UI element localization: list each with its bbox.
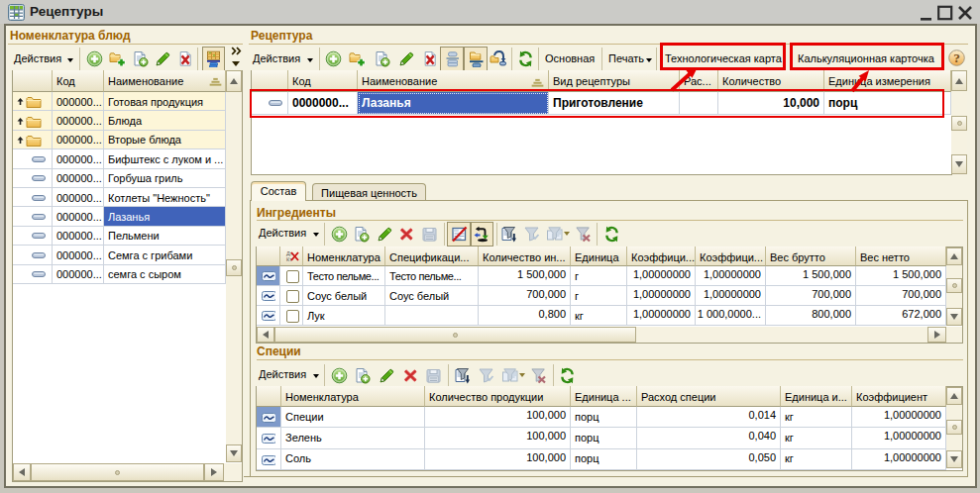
close-button[interactable] [956, 4, 974, 22]
tree-row-name-cell[interactable]: Пельмени [104, 227, 226, 246]
tree-row-code-cell[interactable]: 000000... [53, 265, 104, 284]
ingredients-actions-button[interactable]: Действия [259, 227, 306, 239]
ingredient-row-k1-cell[interactable]: 1,00000000 [627, 266, 696, 286]
filter-settings-icon[interactable] [454, 367, 471, 384]
add-icon[interactable] [331, 226, 348, 243]
refresh-icon[interactable] [517, 50, 534, 67]
tree-row-code-cell[interactable]: 000000... [53, 207, 104, 226]
ingredient-row-net-cell[interactable]: 700,000 [856, 286, 946, 306]
ingredient-row-gross-cell[interactable]: 800,000 [766, 306, 856, 326]
minimize-button[interactable] [919, 4, 934, 22]
spices-scroll-down-button[interactable] [946, 450, 962, 468]
up-level-icon[interactable] [490, 49, 507, 67]
spices-header-name[interactable]: Номенклатура [281, 386, 425, 407]
help-icon[interactable] [948, 49, 965, 66]
tree-row-name-cell[interactable]: Котлеты "Нежность" [104, 188, 226, 207]
print-button[interactable]: Печать [608, 52, 644, 64]
spice-row-qty-cell[interactable]: 100,000 [425, 428, 571, 448]
left-scroll-down-button[interactable] [226, 444, 242, 462]
ingredients-hscroll-track[interactable] [636, 327, 927, 343]
toolbar-overflow-button[interactable] [231, 47, 242, 55]
recipe-scroll-down-button[interactable] [951, 154, 967, 174]
tree-row-name-cell[interactable]: Семга с грибами [104, 246, 226, 264]
spices-header-k[interactable]: Коэффициент [852, 386, 946, 407]
ingredient-row-gross-cell[interactable]: 700,000 [766, 286, 856, 306]
delete-icon[interactable] [177, 50, 194, 67]
ingredients-header-net[interactable]: Вес нетто [856, 246, 946, 266]
recipe-actions-button[interactable]: Действия [253, 52, 300, 64]
add-group-icon[interactable] [349, 50, 366, 67]
tree-row-name-cell[interactable]: Вторые блюда [104, 131, 226, 149]
ingredients-hscroll-thumb[interactable] [274, 327, 636, 343]
edit-icon[interactable] [377, 226, 393, 243]
spice-row-name-cell[interactable]: Специи [281, 407, 425, 428]
delete-icon[interactable] [422, 50, 439, 67]
ingredient-row-unit-cell[interactable]: кг [571, 306, 627, 326]
ingredient-row-net-cell[interactable]: 1 500,000 [856, 266, 946, 286]
spice-row-rate-cell[interactable]: 0,050 [637, 449, 781, 470]
ingredient-row-name-cell[interactable]: Тесто пельме... [303, 266, 385, 286]
ingredient-row-net-cell[interactable]: 672,000 [856, 306, 946, 326]
ingredient-row-name-cell[interactable]: Лук [303, 306, 385, 326]
spice-row-qty-cell[interactable]: 100,000 [425, 449, 571, 470]
copy-icon[interactable] [374, 50, 390, 67]
tree-row-code-cell[interactable]: 000000... [53, 92, 104, 111]
spices-header-unit2[interactable]: Единица и... [781, 386, 852, 407]
ingredient-row-k2-cell[interactable]: 1,00000000 [696, 286, 766, 306]
spice-row-k-cell[interactable]: 1,00000000 [852, 449, 946, 470]
spice-row-unit-cell[interactable]: порц [571, 449, 637, 470]
spice-row-name-cell[interactable]: Зелень [281, 428, 425, 448]
ingredient-row-unit-cell[interactable]: г [571, 266, 627, 286]
ingredient-row-qty-cell[interactable]: 700,000 [479, 286, 571, 306]
ingredient-row-spec-cell[interactable]: Тесто пельме... [385, 266, 479, 286]
delete-icon[interactable] [402, 367, 419, 384]
spice-row-rate-cell[interactable]: 0,014 [637, 407, 781, 428]
recipe-scroll-up-button[interactable] [951, 70, 967, 91]
tree-row-name-cell[interactable]: Готовая продукция [104, 92, 226, 111]
ingredients-header-unit[interactable]: Единица [571, 246, 627, 266]
edit-icon[interactable] [398, 50, 415, 67]
left-scroll-up-button[interactable] [226, 70, 242, 92]
spice-row-rate-cell[interactable]: 0,040 [637, 428, 781, 448]
ingredients-scroll-down-button[interactable] [946, 308, 962, 326]
copy-icon[interactable] [353, 226, 370, 243]
ingredient-row-unit-cell[interactable]: г [571, 286, 627, 306]
spice-row-k-cell[interactable]: 1,00000000 [852, 428, 946, 448]
edit-icon[interactable] [379, 367, 395, 384]
spice-row-unit2-cell[interactable]: кг [781, 407, 852, 428]
ingredient-row-name-cell[interactable]: Соус белый [303, 286, 385, 306]
left-header-code[interactable]: Код [53, 70, 104, 92]
filter-clear-icon[interactable] [530, 367, 547, 384]
ingredients-header-k2[interactable]: Коэффици... [696, 246, 766, 266]
filter-settings-icon[interactable] [500, 226, 517, 243]
spice-row-unit-cell[interactable]: порц [571, 407, 637, 428]
tree-row-name-cell[interactable]: Лазанья [104, 207, 226, 226]
tab-pishchevaya[interactable]: Пищевая ценность [312, 183, 426, 200]
tree-row-code-cell[interactable]: 000000... [53, 169, 104, 188]
ingredients-vscroll-thumb[interactable] [946, 278, 962, 293]
tree-row-code-cell[interactable]: 000000... [53, 188, 104, 207]
spice-row-k-cell[interactable]: 1,00000000 [852, 407, 946, 428]
row-checkbox[interactable] [286, 290, 299, 303]
filter-clear-icon[interactable] [575, 226, 592, 243]
tree-row-code-cell[interactable]: 000000... [53, 227, 104, 246]
tree-row-name-cell[interactable]: Бифштекс с луком и ... [104, 149, 226, 168]
ingredients-header-gross[interactable]: Вес брутто [766, 246, 856, 266]
copy-icon[interactable] [354, 367, 371, 384]
ingredient-row-k1-cell[interactable]: 1,00000000 [627, 306, 696, 326]
left-hscroll-thumb[interactable] [31, 463, 204, 481]
tree-row-name-cell[interactable]: Блюда [104, 111, 226, 130]
recipe-vscroll-thumb[interactable] [951, 116, 967, 131]
spices-actions-button[interactable]: Действия [259, 368, 306, 380]
ingredient-row-k2-cell[interactable]: 1,00000000 [696, 266, 766, 286]
ingredient-row-k1-cell[interactable]: 1,00000000 [627, 286, 696, 306]
spice-row-unit2-cell[interactable]: кг [781, 428, 852, 448]
ingredients-header-qty[interactable]: Количество ин... [479, 246, 571, 266]
left-scroll-left-button[interactable] [13, 463, 31, 481]
main-button[interactable]: Основная [545, 52, 595, 64]
tree-row-code-cell[interactable]: 000000... [53, 111, 104, 130]
add-icon[interactable] [86, 50, 103, 67]
edit-icon[interactable] [155, 50, 171, 67]
add-group-icon[interactable] [109, 50, 126, 67]
delete-icon[interactable] [398, 226, 415, 243]
